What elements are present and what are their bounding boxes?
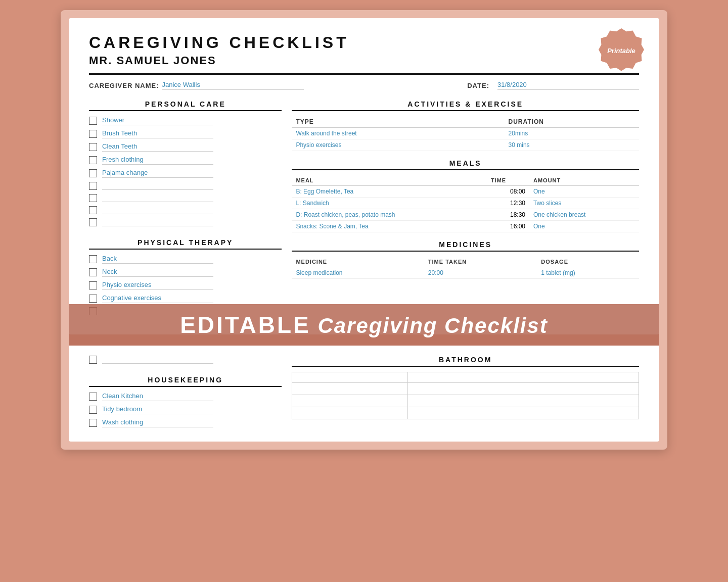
medicine-name-0: Sleep medication — [292, 267, 424, 279]
checkbox-2[interactable] — [89, 130, 97, 138]
bathroom-cell-3-1 — [292, 407, 408, 419]
meal-row-0: B: Egg Omelette, Tea 08:00 One — [292, 186, 639, 198]
housekeeping-divider — [89, 386, 282, 387]
hk-item-2: Tidy bedroom — [89, 405, 282, 414]
banner-rest: Caregiving Checklist — [311, 314, 548, 337]
checkbox-4[interactable] — [89, 156, 97, 164]
bathroom-cell-2-2 — [407, 395, 523, 407]
personal-care-item-3: Clean Teeth — [89, 142, 282, 152]
personal-care-label-3: Clean Teeth — [102, 142, 213, 152]
activity-type-1: Physio exercises — [292, 139, 504, 151]
personal-care-label-1: Shower — [102, 116, 213, 125]
bathroom-cell-1-1 — [292, 383, 408, 395]
page-wrapper: Printable CAREGIVING CHECKLIST MR. SAMUE… — [61, 10, 667, 450]
checkbox-pt2[interactable] — [89, 268, 97, 276]
bathroom-row-2 — [292, 395, 639, 407]
personal-care-empty-3 — [89, 206, 282, 214]
bathroom-cell-3-2 — [407, 407, 523, 419]
personal-care-item-4: Fresh clothing — [89, 156, 282, 165]
checkbox-pt4[interactable] — [89, 295, 97, 303]
checkbox-5[interactable] — [89, 169, 97, 177]
checkbox-e3[interactable] — [89, 206, 97, 214]
date-label: DATE: — [467, 82, 489, 89]
extra-checkbox — [89, 356, 282, 364]
activity-col-duration: DURATION — [505, 116, 639, 128]
editable-banner: EDITABLE Caregiving Checklist — [69, 304, 659, 346]
activity-table: TYPE DURATION Walk around the street 20m… — [292, 116, 639, 151]
hk-item-3: Wash clothing — [89, 418, 282, 427]
meal-name-2: D: Roast chicken, peas, potato mash — [292, 209, 486, 221]
bathroom-cell-3-3 — [523, 407, 639, 419]
date-value: 31/8/2020 — [497, 81, 639, 90]
meals-divider — [292, 169, 639, 170]
activities-divider — [292, 110, 639, 111]
bathroom-col-1 — [292, 372, 408, 383]
doc-subtitle: MR. SAMUEL JONES — [89, 54, 639, 67]
housekeeping-title: HOUSEKEEPING — [89, 376, 282, 384]
meal-time-3: 16:00 — [487, 221, 529, 232]
empty-line-1 — [102, 182, 213, 190]
medicine-row-0: Sleep medication 20:00 1 tablet (mg) — [292, 267, 639, 279]
header-divider — [89, 73, 639, 75]
medicines-col-medicine: MEDICINE — [292, 257, 424, 267]
pt-item-3: Physio exercises — [89, 281, 282, 290]
medicines-table: MEDICINE TIME TAKEN DOSAGE Sleep medicat… — [292, 257, 639, 279]
checkbox-pt3[interactable] — [89, 281, 97, 289]
meal-time-1: 12:30 — [487, 198, 529, 209]
personal-care-divider — [89, 110, 282, 111]
medicine-dosage-0: 1 tablet (mg) — [537, 267, 639, 279]
hk-label-3: Wash clothing — [102, 418, 213, 427]
bottom-document: HOUSEKEEPING Clean Kitchen Tidy bedroom … — [69, 346, 659, 442]
two-col-layout: PERSONAL CARE Shower Brush Teeth Clean T… — [89, 100, 639, 319]
bathroom-cell-1-2 — [407, 383, 523, 395]
bathroom-cell-2-3 — [523, 395, 639, 407]
meals-table: MEAL TIME AMOUNT B: Egg Omelette, Tea 08… — [292, 175, 639, 232]
personal-care-label-5: Pajama change — [102, 169, 213, 178]
meal-name-0: B: Egg Omelette, Tea — [292, 186, 486, 198]
caregiver-value: Janice Wallis — [162, 81, 304, 90]
checkbox-hk2[interactable] — [89, 406, 97, 414]
personal-care-label-4: Fresh clothing — [102, 156, 213, 165]
checkbox-hk1[interactable] — [89, 393, 97, 401]
checkbox-1[interactable] — [89, 117, 97, 125]
checkbox-3[interactable] — [89, 143, 97, 151]
bottom-two-col: HOUSEKEEPING Clean Kitchen Tidy bedroom … — [89, 356, 639, 431]
spacer-2 — [292, 151, 639, 159]
activity-row-0: Walk around the street 20mins — [292, 128, 639, 139]
physical-therapy-title: PHYSICAL THERAPY — [89, 238, 282, 247]
activity-type-0: Walk around the street — [292, 128, 504, 139]
personal-care-item-2: Brush Teeth — [89, 129, 282, 138]
checkbox-hk3[interactable] — [89, 419, 97, 427]
personal-care-empty-2 — [89, 194, 282, 202]
bathroom-divider — [292, 366, 639, 367]
pt-item-1: Back — [89, 255, 282, 264]
pt-label-1: Back — [102, 255, 213, 264]
activity-duration-1: 30 mins — [505, 139, 639, 151]
checkbox-e1[interactable] — [89, 182, 97, 190]
bottom-right: BATHROOM — [292, 356, 639, 431]
meal-time-2: 18:30 — [487, 209, 529, 221]
checkbox-e2[interactable] — [89, 194, 97, 202]
empty-line-4 — [102, 218, 213, 226]
medicines-title: MEDICINES — [292, 240, 639, 249]
main-document: Printable CAREGIVING CHECKLIST MR. SAMUE… — [69, 18, 659, 334]
meal-row-3: Snacks: Scone & Jam, Tea 16:00 One — [292, 221, 639, 232]
hk-item-1: Clean Kitchen — [89, 392, 282, 401]
checkbox-extra[interactable] — [89, 356, 97, 364]
bathroom-col-2 — [407, 372, 523, 383]
extra-empty-line — [102, 356, 213, 364]
banner-editable: EDITABLE — [180, 312, 311, 338]
activity-duration-0: 20mins — [505, 128, 639, 139]
right-column: ACTIVITIES & EXERCISE TYPE DURATION Walk… — [292, 100, 639, 319]
meal-time-0: 08:00 — [487, 186, 529, 198]
personal-care-empty-1 — [89, 182, 282, 190]
pt-label-2: Neck — [102, 268, 213, 277]
personal-care-label-2: Brush Teeth — [102, 129, 213, 138]
checkbox-e4[interactable] — [89, 218, 97, 226]
meal-amount-2: One chicken breast — [529, 209, 639, 221]
medicines-col-dosage: DOSAGE — [537, 257, 639, 267]
bottom-spacer — [89, 368, 282, 376]
personal-care-item-5: Pajama change — [89, 169, 282, 178]
bathroom-title: BATHROOM — [292, 356, 639, 364]
checkbox-pt1[interactable] — [89, 255, 97, 263]
